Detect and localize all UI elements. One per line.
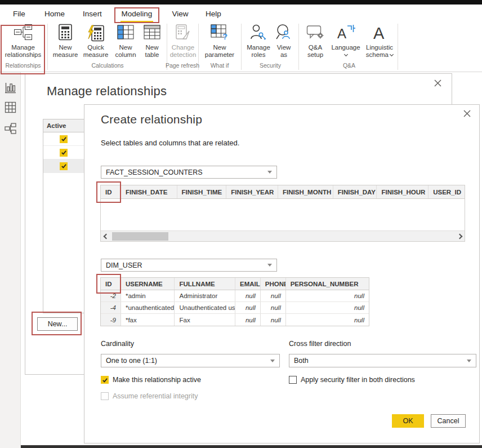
manage-roles-label: Manage roles [244,44,273,59]
group-label-qa: Q&A [302,62,396,70]
relationship-row[interactable] [43,146,84,159]
cross-filter-label: Cross filter direction [289,340,351,348]
column-header[interactable]: EMAIL [235,278,261,290]
quick-measure-button[interactable]: Quick measure [81,23,111,64]
fact-table-scrollbar[interactable] [101,230,465,241]
new-measure-button[interactable]: New measure [51,23,80,64]
qa-setup-button[interactable]: Q&A setup [302,23,328,64]
ribbon-separator [398,24,398,70]
window-titlebar [0,0,482,5]
cell-email: null [235,290,261,301]
cell-id: -2 [101,290,121,301]
scroll-left-icon[interactable] [101,231,111,242]
powerbi-window: File Home Insert Modeling View Help [0,0,482,448]
ok-button[interactable]: OK [392,414,424,428]
tab-modeling[interactable]: Modeling [116,7,158,21]
cell-username: *admin [121,290,175,301]
manage-roles-button[interactable]: Manage roles [244,23,273,64]
new-relationship-button[interactable]: New... [37,317,78,331]
new-column-label: New column [111,44,140,59]
make-relationship-active-checkbox[interactable]: Make this relationship active [101,376,201,384]
status-bar [21,445,482,448]
relationships-icon [13,24,33,43]
linguistic-schema-button[interactable]: A Linguistic schema [362,23,397,64]
tab-view[interactable]: View [167,7,193,21]
ribbon-separator [241,24,242,70]
tab-insert[interactable]: Insert [78,7,107,21]
new-parameter-label: New parameter [202,44,238,59]
new-table-button[interactable]: New table [140,23,164,64]
language-button[interactable]: A Language [330,23,362,64]
view-sidebar [0,72,21,448]
linguistic-schema-text: Linguistic schema [366,44,393,58]
fact-table-dropdown-value: FACT_SESSION_COUNTERS [106,168,203,176]
data-view-icon[interactable] [5,101,16,113]
column-header[interactable]: FINISH_DATE [121,185,177,198]
column-header[interactable]: USERNAME [121,278,175,290]
table-row[interactable]: -9 *fax Fax null null null [101,314,369,326]
apply-security-filter-checkbox[interactable]: Apply security filter in both directions [289,376,415,384]
cell-personal-number: null [286,290,369,301]
active-checkbox[interactable] [60,162,68,170]
relationship-row-selected[interactable] [43,159,84,173]
fact-table-dropdown[interactable]: FACT_SESSION_COUNTERS [101,166,277,179]
svg-text:?: ? [222,32,227,40]
new-parameter-button[interactable]: ? New parameter [202,23,238,64]
report-view-icon[interactable] [5,82,16,94]
group-label-calculations: Calculations [51,62,164,70]
model-view-icon[interactable] [5,123,16,135]
group-label-page-refresh: Page refresh [165,62,200,70]
close-icon[interactable] [463,109,472,118]
table-row[interactable]: -2 *admin Administrator null null null [101,290,369,302]
cell-fullname: Unauthenticated user [175,302,235,313]
table-row[interactable]: -4 *unauthenticated Unauthenticated user… [101,302,369,314]
manage-dialog-title: Manage relationships [47,84,167,99]
column-header[interactable]: PERSONAL_NUMBER [286,278,369,290]
view-as-icon [275,24,292,43]
column-header[interactable]: FULLNAME [175,278,235,290]
tab-modeling-label: Modeling [122,10,153,18]
ribbon: File Home Insert Modeling View Help [0,5,482,72]
checkbox-unchecked-icon[interactable] [289,376,297,384]
column-header[interactable]: USER_ID [429,185,465,198]
active-checkbox[interactable] [60,149,68,157]
close-icon[interactable] [434,79,443,88]
qa-setup-icon [306,24,324,42]
cell-id: -9 [101,314,121,326]
relationship-row[interactable] [43,132,84,146]
column-header[interactable]: FINISH_MONTH [278,185,333,198]
column-header[interactable]: ID [101,278,121,290]
column-header[interactable]: FINISH_DAY [333,185,377,198]
tab-help[interactable]: Help [201,7,226,21]
cancel-button[interactable]: Cancel [431,414,466,428]
fact-table-empty-body [101,199,465,230]
column-header[interactable]: ID [101,185,121,198]
dropdown-caret-icon [267,264,272,267]
cell-fullname: Fax [175,314,235,326]
column-header[interactable]: PHONE [261,278,286,290]
view-as-button[interactable]: View as [273,23,294,64]
cell-phone: null [261,290,286,301]
column-header[interactable]: FINISH_YEAR [226,185,278,198]
svg-text:A: A [373,24,385,41]
cell-id: -4 [101,302,121,313]
dim-table-dropdown[interactable]: DIM_USER [101,259,277,272]
scrollbar-thumb[interactable] [112,232,168,241]
checkbox-checked-icon[interactable] [101,376,109,384]
tab-home[interactable]: Home [41,7,69,21]
manage-relationships-button[interactable]: Manage relationships [1,23,45,64]
create-dialog-title: Create relationship [101,113,202,126]
new-column-button[interactable]: New column [111,23,140,64]
scroll-right-icon[interactable] [454,231,465,242]
column-header[interactable]: FINISH_TIME [177,185,227,198]
group-label-security: Security [244,62,296,70]
column-header[interactable]: FINISH_HOUR [377,185,429,198]
cross-filter-dropdown[interactable]: Both [289,354,476,367]
scrollbar-track[interactable] [111,231,454,242]
active-checkbox[interactable] [60,135,68,143]
manage-relationships-label: Manage relationships [1,44,45,59]
cardinality-dropdown[interactable]: One to one (1:1) [101,354,280,367]
cardinality-value: One to one (1:1) [106,357,157,365]
linguistic-schema-icon: A [372,24,387,43]
tab-file[interactable]: File [7,7,32,21]
